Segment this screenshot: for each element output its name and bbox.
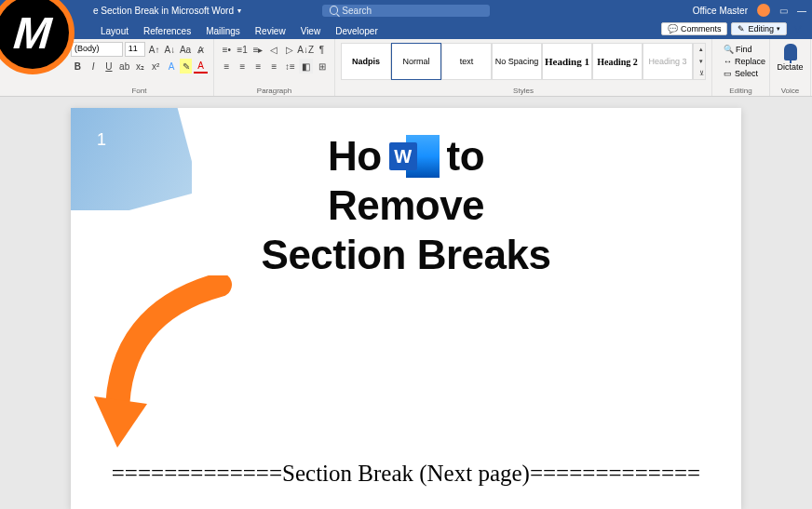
voice-group-label: Voice: [776, 86, 805, 95]
minimize-icon[interactable]: —: [797, 6, 806, 16]
brand-logo: M: [0, 0, 93, 93]
line-spacing-icon[interactable]: ↕≡: [283, 59, 297, 74]
styles-gallery[interactable]: Nadpis Normal text No Spacing Heading 1 …: [341, 42, 706, 81]
justify-icon[interactable]: ≡: [267, 59, 281, 74]
multilevel-icon[interactable]: ≡▸: [251, 42, 265, 57]
dictate-button[interactable]: Dictate: [776, 42, 805, 74]
style-heading3[interactable]: Heading 3: [643, 43, 693, 80]
document-heading: Ho W to Remove Section Breaks: [108, 132, 704, 279]
strike-button[interactable]: ab: [117, 59, 131, 74]
borders-icon[interactable]: ⊞: [315, 59, 329, 74]
superscript-button[interactable]: x²: [149, 59, 163, 74]
increase-font-icon[interactable]: A↑: [147, 42, 161, 57]
styles-up-icon[interactable]: ▴: [694, 44, 709, 56]
editing-group-label: Editing: [718, 86, 764, 95]
tab-layout[interactable]: Layout: [93, 23, 136, 39]
styles-more-icon[interactable]: ⊻: [694, 67, 709, 79]
decrease-indent-icon[interactable]: ◁: [266, 42, 280, 57]
underline-button[interactable]: U: [102, 59, 116, 74]
tab-references[interactable]: References: [136, 23, 198, 39]
style-normal[interactable]: Normal: [391, 43, 441, 80]
style-nadpis[interactable]: Nadpis: [341, 43, 391, 80]
styles-group-label: Styles: [341, 86, 706, 95]
font-color-icon[interactable]: A: [194, 59, 208, 74]
style-heading2[interactable]: Heading 2: [592, 43, 643, 80]
text-effects-icon[interactable]: A: [165, 59, 179, 74]
section-break-marker[interactable]: =============Section Break (Next page)==…: [71, 461, 741, 487]
search-icon: [330, 6, 338, 15]
select-icon: ▭: [724, 69, 732, 78]
page-corner-decoration: [71, 108, 192, 210]
document-title: e Section Break in Microsoft Word: [93, 6, 234, 16]
tab-mailings[interactable]: Mailings: [198, 23, 248, 39]
align-center-icon[interactable]: ≡: [236, 59, 250, 74]
pencil-icon: ✎: [738, 24, 745, 33]
editing-mode-button[interactable]: ✎ Editing ▾: [731, 22, 787, 35]
shading-icon[interactable]: ◧: [299, 59, 313, 74]
search-box[interactable]: [322, 5, 490, 17]
highlight-icon[interactable]: ✎: [180, 59, 192, 74]
styles-down-icon[interactable]: ▾: [694, 56, 709, 68]
subscript-button[interactable]: x₂: [133, 59, 147, 74]
share-icon[interactable]: ⋁: [791, 24, 805, 33]
style-text[interactable]: text: [441, 43, 492, 80]
numbering-icon[interactable]: ≡1: [236, 42, 250, 57]
user-name[interactable]: Office Master: [693, 6, 748, 16]
decrease-font-icon[interactable]: A↓: [163, 42, 177, 57]
document-page[interactable]: 1 Ho W to Remove Section Breaks ========…: [71, 108, 741, 509]
search-input[interactable]: [342, 6, 482, 16]
replace-icon: ↔: [724, 57, 732, 66]
title-bar: e Section Break in Microsoft Word ▾ Offi…: [0, 0, 812, 20]
align-right-icon[interactable]: ≡: [251, 59, 265, 74]
bullets-icon[interactable]: ≡•: [220, 42, 234, 57]
tab-review[interactable]: Review: [248, 23, 293, 39]
tab-view[interactable]: View: [293, 23, 329, 39]
style-nospacing[interactable]: No Spacing: [492, 43, 542, 80]
word-app-icon: W: [389, 133, 440, 180]
align-left-icon[interactable]: ≡: [220, 59, 234, 74]
find-button[interactable]: 🔍Find: [722, 44, 760, 55]
clear-format-icon[interactable]: A̷: [194, 42, 208, 57]
font-size-select[interactable]: 11: [125, 42, 146, 57]
sort-icon[interactable]: A↓Z: [298, 42, 313, 57]
increase-indent-icon[interactable]: ▷: [282, 42, 296, 57]
select-button[interactable]: ▭Select: [722, 68, 760, 79]
paragraph-group-label: Paragraph: [220, 86, 329, 95]
find-icon: 🔍: [724, 45, 733, 54]
show-marks-icon[interactable]: ¶: [315, 42, 329, 57]
ribbon: (Body) 11 A↑ A↓ Aa A̷ B I U ab x₂ x² A ✎…: [0, 39, 812, 97]
tab-developer[interactable]: Developer: [328, 23, 386, 39]
document-area[interactable]: 1 Ho W to Remove Section Breaks ========…: [0, 97, 812, 509]
chevron-down-icon: ▾: [777, 25, 780, 33]
user-avatar-icon[interactable]: [757, 4, 770, 17]
microphone-icon: [784, 44, 797, 60]
replace-button[interactable]: ↔Replace: [722, 56, 760, 67]
comments-button[interactable]: 💬 Comments: [661, 22, 728, 35]
ribbon-toggle-icon[interactable]: ▭: [779, 6, 788, 16]
page-number: 1: [97, 130, 106, 150]
chevron-down-icon[interactable]: ▾: [237, 7, 241, 15]
style-heading1[interactable]: Heading 1: [542, 43, 592, 80]
comment-icon: 💬: [668, 24, 678, 33]
curved-arrow-icon: [89, 275, 248, 462]
change-case-icon[interactable]: Aa: [179, 42, 193, 57]
